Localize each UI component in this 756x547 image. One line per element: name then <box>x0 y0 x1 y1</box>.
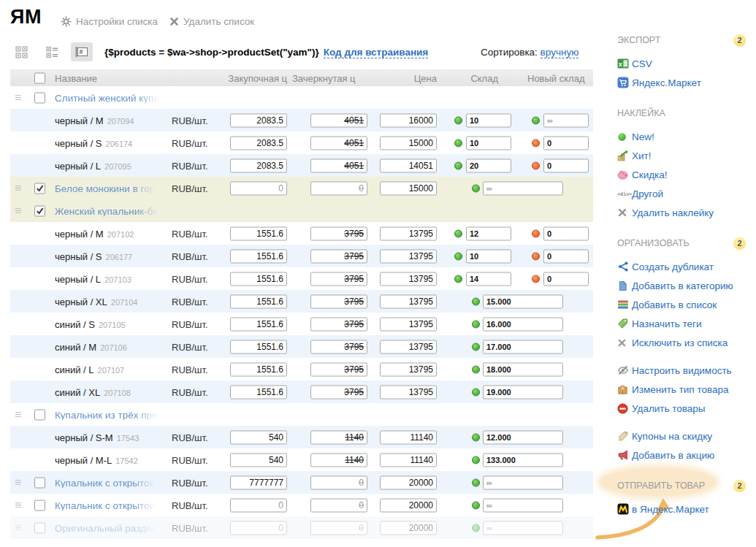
purchase-price-input[interactable] <box>230 294 287 308</box>
purchase-price-input[interactable] <box>230 498 287 512</box>
stock-count-input[interactable] <box>466 226 511 240</box>
strikeout-price-input[interactable] <box>310 362 367 376</box>
drag-handle-icon[interactable]: ≡ <box>15 92 21 104</box>
view-table-button[interactable]: # <box>71 42 93 61</box>
price-input[interactable] <box>380 136 437 150</box>
select-all-checkbox[interactable] <box>34 72 45 83</box>
purchase-price-input[interactable] <box>230 158 287 172</box>
stock-count-input[interactable] <box>466 158 511 172</box>
sidebar-item-discount-pig[interactable]: Скидка! <box>617 165 747 184</box>
drag-handle-icon[interactable]: ≡ <box>15 183 21 194</box>
row-checkbox[interactable] <box>34 522 45 533</box>
stock-count-input[interactable] <box>483 475 563 489</box>
strikeout-price-input[interactable] <box>310 453 367 467</box>
stock-count-input[interactable] <box>543 272 589 286</box>
product-name-link[interactable]: Белое монокини в гор <box>55 183 155 194</box>
sidebar-item-exclude-cross[interactable]: Исключить из списка <box>617 333 747 352</box>
purchase-price-input[interactable] <box>230 475 287 489</box>
purchase-price-input[interactable] <box>230 317 287 331</box>
product-name-link[interactable]: Купальник с открытой <box>55 477 155 488</box>
row-checkbox[interactable] <box>34 92 45 103</box>
drag-handle-icon[interactable]: ≡ <box>15 205 21 217</box>
product-name-link[interactable]: Слитный женский купа <box>55 92 159 103</box>
strikeout-price-input[interactable] <box>310 272 367 286</box>
sidebar-item-market-cart[interactable]: Яндекс.Маркет <box>617 73 747 92</box>
row-checkbox[interactable] <box>34 500 45 510</box>
sidebar-item-visibility[interactable]: Настроить видимость <box>617 361 747 380</box>
price-input[interactable] <box>380 475 437 489</box>
purchase-price-input[interactable] <box>230 430 287 444</box>
stock-count-input[interactable] <box>483 385 563 399</box>
sidebar-item-yandex-market-logo[interactable]: в Яндекс.Маркет <box>617 500 747 519</box>
sidebar-item-promo-megaphone[interactable]: Добавить в акцию <box>617 445 747 464</box>
stock-count-input[interactable] <box>483 453 563 467</box>
purchase-price-input[interactable] <box>230 340 287 353</box>
purchase-price-input[interactable] <box>230 385 287 399</box>
product-name-link[interactable]: Оригинальный раздел <box>55 522 157 533</box>
stock-count-input[interactable] <box>483 317 563 331</box>
price-input[interactable] <box>380 385 437 399</box>
sidebar-item-csv[interactable]: xCSV <box>617 54 747 73</box>
stock-count-input[interactable] <box>543 158 589 172</box>
strikeout-price-input[interactable] <box>310 430 367 444</box>
stock-count-input[interactable] <box>543 249 589 263</box>
stock-count-input[interactable] <box>466 113 511 127</box>
stock-count-input[interactable] <box>483 498 563 512</box>
price-input[interactable] <box>380 498 437 512</box>
sidebar-item-product-type[interactable]: Изменить тип товара <box>617 380 747 399</box>
price-input[interactable] <box>380 362 437 376</box>
stock-count-input[interactable] <box>543 226 589 240</box>
sidebar-item-tags[interactable]: Назначить теги <box>617 314 747 333</box>
purchase-price-input[interactable] <box>230 521 287 535</box>
drag-handle-icon[interactable]: ≡ <box>15 409 21 421</box>
strikeout-price-input[interactable] <box>310 226 367 240</box>
strikeout-price-input[interactable] <box>310 475 367 489</box>
price-input[interactable] <box>380 453 437 467</box>
price-input[interactable] <box>380 226 437 240</box>
sidebar-item-coupon[interactable]: Купоны на скидку <box>617 426 747 445</box>
purchase-price-input[interactable] <box>230 272 287 286</box>
purchase-price-input[interactable] <box>230 362 287 376</box>
strikeout-price-input[interactable] <box>310 317 367 331</box>
strikeout-price-input[interactable] <box>310 249 367 263</box>
stock-count-input[interactable] <box>483 340 563 353</box>
price-input[interactable] <box>380 340 437 353</box>
drag-handle-icon[interactable]: ≡ <box>15 477 21 489</box>
drag-handle-icon[interactable]: ≡ <box>15 500 21 511</box>
row-checkbox[interactable] <box>34 409 45 420</box>
price-input[interactable] <box>380 294 437 308</box>
strikeout-price-input[interactable] <box>310 158 367 172</box>
purchase-price-input[interactable] <box>230 113 287 127</box>
price-input[interactable] <box>380 521 437 535</box>
row-checkbox[interactable] <box>34 477 45 488</box>
stock-count-input[interactable] <box>543 113 589 127</box>
sidebar-item-duplicate[interactable]: Создать дубликат <box>617 257 747 276</box>
purchase-price-input[interactable] <box>230 181 287 195</box>
price-input[interactable] <box>380 158 437 172</box>
purchase-price-input[interactable] <box>230 136 287 150</box>
stock-count-input[interactable] <box>483 294 563 308</box>
purchase-price-input[interactable] <box>230 249 287 263</box>
sidebar-item-add-list[interactable]: Добавить в список <box>617 295 747 314</box>
stock-count-input[interactable] <box>466 249 511 263</box>
sidebar-item-remove-sticker[interactable]: Удалить наклейку <box>617 203 747 222</box>
view-list-button[interactable] <box>41 42 63 61</box>
sidebar-item-hit-chart[interactable]: Хит! <box>617 146 747 165</box>
strikeout-price-input[interactable] <box>310 498 367 512</box>
price-input[interactable] <box>380 181 437 195</box>
embed-code-link[interactable]: Код для встраивания <box>324 47 429 58</box>
drag-handle-icon[interactable]: ≡ <box>15 522 21 534</box>
sidebar-item-add-category[interactable]: Добавить в категорию <box>617 276 747 295</box>
strikeout-price-input[interactable] <box>310 340 367 353</box>
sidebar-item-delete-circle[interactable]: Удалить товары <box>617 399 747 418</box>
purchase-price-input[interactable] <box>230 226 287 240</box>
strikeout-price-input[interactable] <box>310 294 367 308</box>
strikeout-price-input[interactable] <box>310 521 367 535</box>
stock-count-input[interactable] <box>483 521 563 535</box>
strikeout-price-input[interactable] <box>310 181 367 195</box>
price-input[interactable] <box>380 430 437 444</box>
stock-count-input[interactable] <box>483 181 563 195</box>
list-settings-button[interactable]: Настройки списка <box>61 16 158 27</box>
strikeout-price-input[interactable] <box>310 136 367 150</box>
product-name-link[interactable]: Купальник из трёх пре <box>55 409 158 420</box>
